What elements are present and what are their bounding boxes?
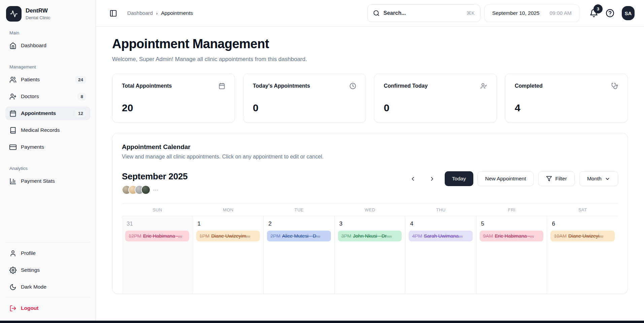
view-mode-label: Month bbox=[587, 176, 602, 182]
users-icon bbox=[9, 76, 16, 83]
appointment-text: Alice Mutesi - D... bbox=[282, 233, 320, 239]
user-icon bbox=[9, 250, 16, 257]
stat-value: 20 bbox=[122, 102, 225, 114]
day-cell-sep-3[interactable]: 3 3PMJohn Nkusi - Dr.... bbox=[335, 216, 406, 294]
nav-section-analytics: Analytics Payment Stats bbox=[5, 166, 90, 191]
current-time: 09:00 AM bbox=[550, 10, 572, 16]
section-label: Analytics bbox=[5, 166, 90, 171]
sidebar-item-patients[interactable]: Patients 24 bbox=[5, 73, 90, 86]
search-input[interactable] bbox=[383, 10, 463, 16]
sidebar-item-profile[interactable]: Profile bbox=[5, 246, 90, 260]
prev-month-button[interactable] bbox=[408, 174, 418, 184]
book-icon bbox=[9, 127, 16, 134]
calendar-grid: SUN MON TUE WED THU FRI SAT 31 12PMEric … bbox=[122, 203, 618, 294]
appointments-count-badge: 12 bbox=[75, 110, 86, 117]
dow-label: SUN bbox=[122, 204, 193, 216]
sidebar-item-label: Profile bbox=[21, 250, 36, 256]
sidebar-item-doctors[interactable]: Doctors 8 bbox=[5, 90, 90, 103]
next-month-button[interactable] bbox=[427, 174, 437, 184]
brand-name: DentRW bbox=[26, 7, 50, 14]
doctor-avatar bbox=[141, 185, 150, 195]
day-number: 31 bbox=[122, 216, 193, 231]
sidebar-item-label: Dark Mode bbox=[21, 284, 46, 290]
appointment-time: 9AM bbox=[483, 233, 493, 239]
appointment-chip[interactable]: 4PMSarah Uwimana... bbox=[409, 231, 473, 241]
brand: DentRW Dental Clinic bbox=[5, 6, 90, 22]
filter-button[interactable]: Filter bbox=[538, 171, 574, 186]
search-icon bbox=[373, 10, 380, 17]
sidebar-item-appointments[interactable]: Appointments 12 bbox=[5, 107, 90, 120]
dow-label: TUE bbox=[264, 204, 335, 216]
appointment-time: 1PM bbox=[200, 233, 210, 239]
new-appointment-button[interactable]: New Appointment bbox=[477, 171, 534, 186]
month-label: September 2025 bbox=[122, 171, 188, 182]
logout-label: Logout bbox=[21, 305, 39, 311]
sidebar-item-label: Medical Records bbox=[21, 127, 60, 133]
breadcrumb-dashboard[interactable]: Dashboard bbox=[127, 10, 153, 16]
sidebar-item-label: Appointments bbox=[21, 110, 56, 116]
sidebar-item-dashboard[interactable]: Dashboard bbox=[5, 39, 90, 52]
day-number: 6 bbox=[547, 216, 618, 231]
appointment-time: 2PM bbox=[270, 233, 280, 239]
appointment-chip[interactable]: 3PMJohn Nkusi - Dr.... bbox=[338, 231, 402, 241]
chevron-right-icon: › bbox=[156, 11, 158, 16]
stat-card-total-appointments: Total Appointments 20 bbox=[112, 74, 235, 123]
doctor-avatar-group[interactable]: ⋯ bbox=[122, 185, 188, 195]
appointment-text: Diane Uwizeyi... bbox=[568, 233, 603, 239]
doctors-count-badge: 8 bbox=[77, 93, 86, 100]
appointment-text: John Nkusi - Dr.... bbox=[353, 233, 392, 239]
page-title: Appointment Management bbox=[112, 37, 628, 51]
appointment-chip[interactable]: 1PMDiane Uwizeyim... bbox=[196, 231, 260, 241]
search-box[interactable]: ⌘K bbox=[367, 4, 480, 22]
panel-left-icon bbox=[109, 9, 117, 17]
moon-icon bbox=[9, 284, 16, 291]
gear-icon bbox=[9, 267, 16, 274]
nav-section-main: Main Dashboard bbox=[5, 30, 90, 56]
appointment-chip[interactable]: 12PMEric Habimana -... bbox=[125, 231, 189, 241]
day-cell-sep-2[interactable]: 2 2PMAlice Mutesi - D... bbox=[264, 216, 335, 294]
sidebar-item-payments[interactable]: Payments bbox=[5, 140, 90, 154]
appointment-chip[interactable]: 10AMDiane Uwizeyi... bbox=[550, 231, 615, 241]
logout-button[interactable]: Logout bbox=[5, 301, 90, 315]
stat-label: Total Appointments bbox=[122, 83, 172, 89]
calendar-title: Appointment Calendar bbox=[122, 143, 618, 151]
sidebar-item-payment-stats[interactable]: Payment Stats bbox=[5, 174, 90, 188]
filter-icon bbox=[546, 176, 552, 182]
user-plus-icon bbox=[9, 93, 16, 100]
day-cell-sep-5[interactable]: 5 9AMEric Habimana -... bbox=[476, 216, 547, 294]
calendar-icon bbox=[9, 110, 16, 117]
dow-label: FRI bbox=[476, 204, 547, 216]
view-mode-select[interactable]: Month bbox=[579, 171, 618, 186]
sidebar-item-dark-mode[interactable]: Dark Mode bbox=[5, 280, 90, 294]
stat-card-completed: Completed 4 bbox=[505, 74, 628, 123]
day-of-week-header-row: SUN MON TUE WED THU FRI SAT bbox=[122, 204, 618, 216]
day-cell-sep-6[interactable]: 6 10AMDiane Uwizeyi... bbox=[547, 216, 618, 294]
appointment-chip[interactable]: 9AMEric Habimana -... bbox=[480, 231, 544, 241]
date-time-display: September 10, 2025 09:00 AM bbox=[484, 4, 579, 22]
top-header: Dashboard › Appointments ⌘K September 10… bbox=[96, 0, 644, 27]
dow-label: THU bbox=[405, 204, 476, 216]
notifications-button[interactable]: 3 bbox=[589, 9, 598, 18]
appointment-text: Diane Uwizeyim... bbox=[211, 233, 250, 239]
day-number: 1 bbox=[193, 216, 264, 231]
user-avatar[interactable]: SA bbox=[622, 6, 635, 20]
sidebar-item-medical-records[interactable]: Medical Records bbox=[5, 123, 90, 137]
today-button[interactable]: Today bbox=[445, 171, 473, 186]
stat-label: Confirmed Today bbox=[384, 83, 428, 89]
day-cell-sep-4[interactable]: 4 4PMSarah Uwimana... bbox=[405, 216, 476, 294]
user-check-icon bbox=[480, 83, 487, 89]
bar-chart-icon bbox=[9, 178, 16, 185]
sidebar-item-label: Dashboard bbox=[21, 42, 46, 49]
appointment-time: 3PM bbox=[341, 233, 351, 239]
day-cell-aug-31[interactable]: 31 12PMEric Habimana -... bbox=[122, 216, 193, 294]
stat-value: 0 bbox=[253, 102, 356, 114]
help-button[interactable] bbox=[606, 9, 614, 18]
sidebar-item-settings[interactable]: Settings bbox=[5, 263, 90, 277]
sidebar-toggle-button[interactable] bbox=[108, 8, 118, 19]
appointment-chip[interactable]: 2PMAlice Mutesi - D... bbox=[267, 231, 331, 241]
dow-label: SAT bbox=[547, 204, 618, 216]
day-cell-sep-1[interactable]: 1 1PMDiane Uwizeyim... bbox=[193, 216, 264, 294]
page-content: Appointment Management Welcome, Super Ad… bbox=[96, 27, 644, 323]
breadcrumb-current: Appointments bbox=[161, 10, 193, 16]
sidebar-footer: Profile Settings Dark Mode Logout bbox=[5, 242, 90, 318]
